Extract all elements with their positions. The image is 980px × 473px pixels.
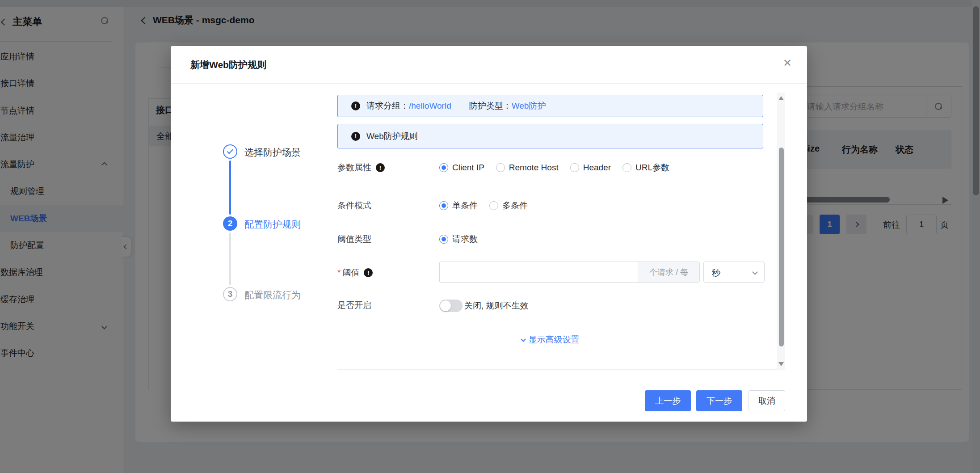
- radio-dot-icon: [496, 163, 505, 172]
- scroll-down-arrow-icon[interactable]: [778, 362, 784, 366]
- radio-dot-icon: [439, 201, 448, 210]
- threshold-input[interactable]: [439, 262, 638, 283]
- radio-dot-icon: [439, 163, 448, 172]
- check-icon: [227, 148, 233, 154]
- type-label: 防护类型：: [469, 100, 512, 112]
- condition-mode-label: 条件模式: [337, 200, 371, 211]
- radio-client-ip[interactable]: Client IP: [439, 163, 484, 173]
- dialog-form-scroll-area: ! 请求分组： /helloWorld 防护类型： Web防护 ! Web防护规…: [337, 93, 785, 370]
- radio-single-condition[interactable]: 单条件: [439, 200, 478, 211]
- selected-period: 秒: [712, 267, 720, 279]
- step-1-circle: [223, 144, 237, 159]
- form-scrollbar-thumb[interactable]: [779, 148, 784, 346]
- required-asterisk: *: [337, 268, 341, 277]
- step-connector-todo: [229, 232, 231, 285]
- dialog-title: 新增Web防护规则: [190, 59, 266, 71]
- enable-control: 关闭, 规则不生效: [439, 300, 529, 312]
- param-attribute-label: 参数属性 !: [337, 162, 385, 173]
- form-scrollbar[interactable]: [777, 93, 785, 370]
- enable-toggle[interactable]: [439, 300, 463, 312]
- exclamation-icon: !: [351, 101, 360, 110]
- radio-multi-condition[interactable]: 多条件: [489, 200, 528, 211]
- condition-mode-options: 单条件 多条件: [439, 200, 539, 211]
- step-3-circle: 3: [223, 287, 237, 301]
- dialog-header: 新增Web防护规则 ✕: [171, 46, 807, 84]
- scroll-up-arrow-icon[interactable]: [778, 96, 784, 100]
- chevron-down-icon: [521, 337, 526, 342]
- radio-dot-icon: [570, 163, 579, 172]
- type-value-link[interactable]: Web防护: [512, 100, 546, 112]
- radio-header[interactable]: Header: [570, 163, 611, 173]
- toggle-knob: [440, 300, 451, 311]
- show-advanced-settings-link[interactable]: 显示高级设置: [337, 334, 763, 346]
- step-connector-done: [229, 160, 231, 215]
- exclamation-icon: !: [351, 132, 360, 141]
- step-3-label: 配置限流行为: [244, 289, 301, 301]
- add-web-protection-rule-dialog: 新增Web防护规则 ✕ 选择防护场景 2 配置防护规则 3 配置限流行为 ! 请…: [171, 46, 807, 422]
- param-attribute-options: Client IP Remote Host Header URL参数: [439, 162, 681, 173]
- threshold-period-select[interactable]: 秒: [703, 262, 765, 283]
- chevron-down-icon: [752, 269, 758, 275]
- group-value-link[interactable]: /helloWorld: [409, 101, 451, 111]
- rule-banner: ! Web防护规则: [337, 124, 763, 148]
- close-icon[interactable]: ✕: [783, 58, 792, 68]
- radio-remote-host[interactable]: Remote Host: [496, 163, 559, 173]
- cancel-button[interactable]: 取消: [749, 390, 785, 411]
- threshold-type-options: 请求数: [439, 233, 489, 245]
- step-1-label: 选择防护场景: [244, 146, 301, 159]
- radio-dot-icon: [489, 201, 498, 210]
- radio-dot-icon: [622, 163, 631, 172]
- radio-url-param[interactable]: URL参数: [622, 162, 669, 173]
- enable-status-text: 关闭, 规则不生效: [464, 300, 529, 312]
- threshold-label: *阈值 !: [337, 267, 373, 279]
- threshold-unit-addon: 个请求 / 每: [638, 262, 700, 283]
- threshold-info-icon[interactable]: !: [364, 268, 373, 277]
- param-info-icon[interactable]: !: [376, 163, 385, 172]
- radio-dot-icon: [439, 235, 448, 244]
- step-2-label: 配置防护规则: [244, 218, 301, 231]
- request-group-banner: ! 请求分组： /helloWorld 防护类型： Web防护: [337, 95, 763, 117]
- threshold-type-label: 阈值类型: [337, 233, 371, 245]
- threshold-input-group: 个请求 / 每 秒: [439, 262, 765, 283]
- radio-request-count[interactable]: 请求数: [439, 233, 478, 245]
- group-label: 请求分组：: [366, 100, 409, 112]
- step-2-circle: 2: [223, 216, 237, 231]
- enable-label: 是否开启: [337, 300, 371, 311]
- rule-banner-text: Web防护规则: [366, 131, 418, 142]
- next-step-button[interactable]: 下一步: [696, 390, 742, 411]
- prev-step-button[interactable]: 上一步: [645, 390, 691, 411]
